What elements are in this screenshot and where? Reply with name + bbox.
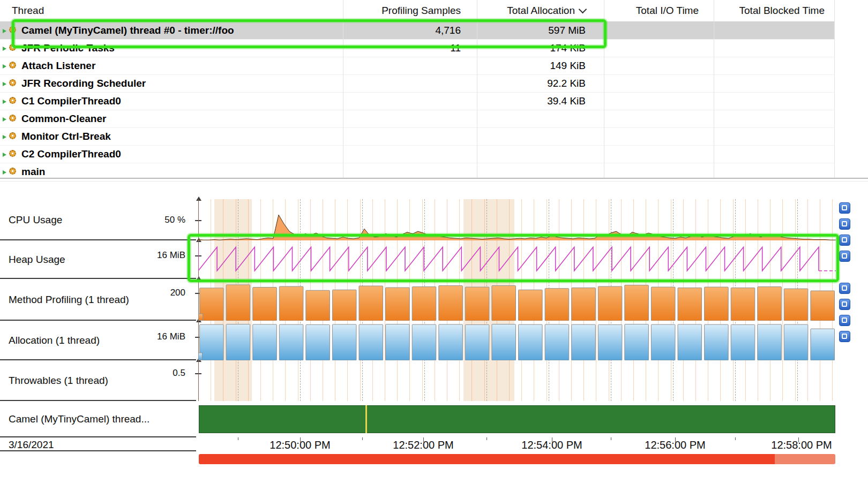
thread-name-cell: main (21, 163, 45, 179)
cell-profiling-samples (343, 75, 477, 93)
thread-activity-bar[interactable] (199, 405, 835, 433)
thread-icon (9, 79, 16, 86)
cell-total-blocked-time (714, 40, 834, 57)
minor-time-tick (362, 437, 363, 440)
lane-row-cpu[interactable]: CPU Usage50 % (0, 199, 196, 240)
table-row[interactable]: C1 CompilerThread039.4 KiB (0, 93, 834, 110)
lane-label: Throwables (1 thread) (9, 375, 108, 387)
column-header-label: Thread (12, 5, 44, 16)
thread-icon (9, 132, 16, 139)
lane-label: Allocation (1 thread) (9, 335, 100, 346)
lane-button-icon[interactable] (839, 299, 850, 310)
scrollbar-range-tail[interactable] (775, 454, 835, 464)
cell-total-blocked-time (714, 57, 834, 75)
minor-time-tick (611, 437, 611, 440)
cell-profiling-samples (343, 93, 477, 110)
cell-total-allocation (477, 128, 604, 146)
cell-total-blocked-time (714, 146, 834, 163)
time-tick-label: 12:58:00 PM (771, 439, 832, 451)
thread-icon (9, 62, 16, 69)
table-row[interactable]: Monitor Ctrl-Break (0, 128, 834, 146)
lane-button-glyph (842, 285, 847, 291)
thread-icon (9, 97, 16, 104)
table-row[interactable]: Common-Cleaner (0, 110, 834, 128)
table-row[interactable]: C2 CompilerThread0 (0, 146, 834, 163)
cell-total-io-time (604, 146, 714, 163)
major-time-tick (798, 437, 799, 442)
minor-time-tick (487, 437, 487, 440)
sort-descending-icon (579, 5, 587, 14)
lane-button-glyph (842, 301, 847, 307)
lane-tick-label: 0.5 (173, 368, 185, 379)
cell-total-io-time (604, 128, 714, 146)
lane-button-glyph (842, 205, 847, 210)
cell-total-io-time (604, 75, 714, 93)
thread-name-cell: C1 CompilerThread0 (21, 93, 121, 110)
cell-total-blocked-time (714, 93, 834, 110)
range-navigator-scrollbar[interactable] (199, 454, 835, 464)
expand-arrow-icon[interactable] (3, 100, 6, 104)
lane-button-icon[interactable] (839, 202, 850, 214)
expand-arrow-icon[interactable] (3, 153, 6, 157)
lane-button-icon[interactable] (839, 283, 850, 294)
annotation-selected-row-highlight (12, 19, 607, 48)
panel-divider (0, 181, 868, 182)
cell-total-io-time (604, 93, 714, 110)
lane-row-throwables[interactable]: Throwables (1 thread)0.5 (0, 360, 196, 401)
cell-profiling-samples (343, 163, 477, 179)
expand-arrow-icon[interactable] (3, 64, 6, 69)
cell-profiling-samples (343, 110, 477, 128)
lane-button-icon[interactable] (839, 315, 850, 326)
column-header-total-blocked-time[interactable]: Total Blocked Time (714, 0, 834, 21)
scrollbar-range-main[interactable] (199, 454, 775, 464)
event-marker-tick (365, 405, 367, 433)
lane-tick-label: 50 % (164, 215, 185, 225)
column-header-label: Total I/O Time (636, 5, 699, 16)
column-header-label: Total Allocation (507, 5, 575, 16)
thread-icon (9, 168, 16, 175)
expand-arrow-icon[interactable] (3, 29, 6, 33)
cell-profiling-samples (343, 57, 477, 75)
lane-row-method[interactable]: Method Profiling (1 thread)200 (0, 279, 196, 321)
expand-arrow-icon[interactable] (3, 82, 6, 86)
column-header-thread[interactable]: Thread (0, 0, 343, 21)
lane-row-alloc[interactable]: Allocation (1 thread)16 MiB (0, 321, 196, 360)
column-header-total-allocation[interactable]: Total Allocation (477, 0, 604, 21)
expand-arrow-icon[interactable] (3, 170, 6, 175)
cell-total-blocked-time (714, 22, 834, 40)
column-divider (714, 0, 714, 178)
lane-button-glyph (842, 221, 847, 226)
expand-arrow-icon[interactable] (3, 47, 6, 51)
cell-total-io-time (604, 163, 714, 179)
lane-button-icon[interactable] (839, 218, 850, 230)
date-label: 3/16/2021 (9, 439, 54, 451)
lane-button-glyph (842, 317, 847, 323)
lane-button-icon[interactable] (839, 331, 850, 342)
cell-total-allocation (477, 163, 604, 179)
column-header-profiling-samples[interactable]: Profiling Samples (343, 0, 477, 21)
lane-button-glyph (842, 253, 847, 259)
lane-row-event[interactable]: Camel (MyTinyCamel) thread... (0, 401, 196, 437)
expand-arrow-icon[interactable] (3, 135, 6, 139)
annotation-heap-usage-highlight (188, 234, 839, 282)
lane-button-icon[interactable] (839, 235, 850, 246)
lane-button-glyph (842, 237, 847, 243)
cell-total-io-time (604, 40, 714, 57)
lane-label: CPU Usage (9, 214, 62, 226)
lane-label: Method Profiling (1 thread) (9, 294, 129, 306)
lane-button-icon[interactable] (839, 251, 850, 262)
lane-row-heap[interactable]: Heap Usage16 MiB (0, 240, 196, 279)
table-row[interactable]: JFR Recording Scheduler92.2 KiB (0, 75, 834, 93)
table-row[interactable]: main (0, 163, 834, 179)
expand-arrow-icon[interactable] (3, 117, 6, 122)
table-row[interactable]: Attach Listener149 KiB (0, 57, 834, 75)
jmc-threads-view: ThreadProfiling SamplesTotal AllocationT… (0, 0, 868, 484)
lane-button-glyph (842, 334, 847, 339)
column-header-total-i-o-time[interactable]: Total I/O Time (604, 0, 714, 21)
thread-name-cell: C2 CompilerThread0 (21, 146, 121, 163)
major-time-tick (675, 437, 676, 442)
throwables-chart (198, 360, 836, 401)
cell-profiling-samples (343, 146, 477, 163)
thread-icon (9, 115, 16, 122)
major-time-tick (423, 437, 424, 442)
